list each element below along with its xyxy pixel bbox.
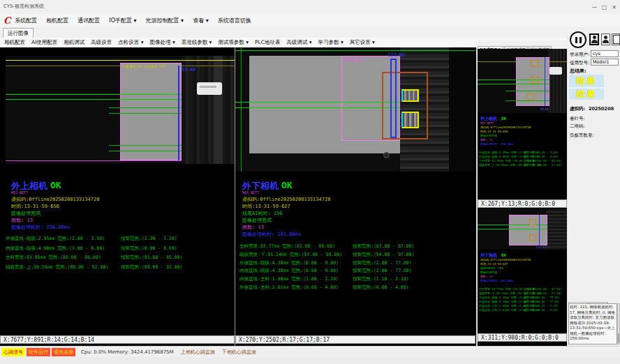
- thumb1-barcode: 虚拟码:0ffline20250208133134728: [480, 126, 531, 129]
- tab-count-label: 负极耳数量:: [570, 132, 594, 139]
- camera2-image[interactable]: AI检测区域 123.80: [235, 47, 475, 172]
- tool-test-params[interactable]: 测试项参数 ▾: [218, 39, 249, 46]
- thumbnail-panel: NG成图显示外观内成图起始内成图 93.48 外上相机 OK MES_B: [476, 47, 567, 346]
- thumbnail1[interactable]: 93.48 外上相机 OK MES_BETT 虚拟码:0ffline202502…: [478, 49, 567, 201]
- menu-language-switch[interactable]: 系统语言切换: [218, 17, 251, 24]
- result-badge-1: 结果: [569, 75, 604, 87]
- logout-button[interactable]: [612, 33, 620, 45]
- camera2-done: 图像处理完成: [242, 217, 272, 224]
- tool-spot-check[interactable]: 点检设置 ▾: [118, 39, 143, 46]
- camera2-elapsed: 图像处理耗时: 183.00ms: [242, 231, 301, 238]
- measure-value-label: 123.80: [388, 52, 405, 58]
- thumbnail2[interactable]: 123.80 外下相机 OK 虚拟码:0ffline20250208133134…: [478, 209, 567, 332]
- camera2-turns: 圈数: 13: [242, 224, 264, 231]
- tool-other-settings[interactable]: 其它设置 ▾: [350, 39, 375, 46]
- operator-button[interactable]: [601, 33, 610, 45]
- tool-ai-config[interactable]: AI使用配置: [31, 39, 57, 46]
- login-user-button[interactable]: [589, 33, 599, 45]
- virtual-code-label: 虚拟码:: [570, 106, 585, 112]
- ai-region-label: AI检测区域: [344, 57, 364, 63]
- camera2-time: 时间:13-31-59-627: [242, 203, 290, 210]
- tab-strip: 运行图像: [0, 26, 620, 38]
- model-input[interactable]: Model1: [591, 59, 619, 66]
- measurement-row: 主料宽度:83.05mm 范围:(80.00 - 86.00) 报警范围:(81…: [6, 255, 240, 261]
- tool-baseline-params[interactable]: 基准线参数 ▾: [182, 39, 212, 46]
- app-title: CYS-视觉检测系统: [3, 3, 44, 10]
- upper-camera-heartbeat: 上相机心跳监测: [181, 349, 215, 356]
- thumb2-turns: 圈数: 13: [480, 275, 493, 278]
- tab-detect-box: [401, 112, 419, 128]
- pause-button[interactable]: [570, 31, 586, 48]
- guide-line: [6, 99, 182, 100]
- camera1-panel[interactable]: 灰度阈值:93, 动态阈值:100 93.48 外上相机 OK MES_BETT…: [0, 47, 235, 346]
- separator-film-region: 灰度阈值:93, 动态阈值:100: [120, 63, 182, 160]
- measure-text: 主料宽度:83.05mm 范围:(80.00 - 86.00): [6, 255, 101, 260]
- alarm-text: 报警范围:(94.00 - 97.00): [353, 252, 415, 258]
- menu-view[interactable]: 查看 ▾: [193, 17, 209, 24]
- menu-system-config[interactable]: 系统配置: [15, 17, 37, 24]
- maximize-button[interactable]: □: [600, 3, 609, 11]
- alarm-text: 报警范围:(0.60 - 4.00): [353, 285, 409, 291]
- camera1-elapsed: 图像处理耗时: 258.00ms: [11, 224, 70, 231]
- ai-detect-box: [382, 72, 428, 139]
- tool-image-processing[interactable]: 图像处理 ▾: [150, 39, 175, 46]
- detect-box: [526, 93, 535, 100]
- tool-advanced-debug[interactable]: 高级调试 ▾: [286, 39, 311, 46]
- close-button[interactable]: ✕: [610, 3, 619, 11]
- main-view-area: 灰度阈值:93, 动态阈值:100 93.48 外上相机 OK MES_BETT…: [0, 47, 567, 346]
- camera1-image[interactable]: 灰度阈值:93, 动态阈值:100 93.48: [6, 56, 235, 164]
- alarm-text: 报警范围:(83.00 - 87.00): [353, 243, 415, 250]
- title-bar: CYS-视觉检测系统 — □ ✕: [0, 0, 620, 15]
- user-icon: [591, 36, 598, 43]
- tool-learning-params[interactable]: 学习参数 ▾: [318, 39, 344, 46]
- thumb1-done: 图像处理完成: [480, 134, 497, 137]
- camera2-coords-bar: X:270;Y:2502;R:17;G:17;B:17: [235, 335, 475, 344]
- machine-detail: [383, 152, 390, 158]
- tool-advanced-settings[interactable]: 高级设置: [91, 39, 112, 46]
- guide-line: [109, 113, 182, 114]
- login-user-label: 登录用户:: [570, 52, 589, 58]
- thumb2-done: 图像处理完成: [480, 271, 497, 274]
- camera2-panel[interactable]: AI检测区域 123.80 外下相机 OK MES_BETT 虚拟码:0ffli…: [235, 47, 475, 346]
- guide-line: [505, 91, 549, 91]
- guide-line: [235, 50, 475, 51]
- camera2-barcode: 虚拟码:0ffline20250208133134728: [242, 196, 330, 203]
- login-user-input[interactable]: cys: [591, 50, 619, 57]
- machine-dark-area: [449, 47, 475, 172]
- measurement-row: 内侧直线-隔膜:4.38mm 范围:(0.00 - 9.00) 报警范围:(2.…: [239, 268, 474, 274]
- guide-line: [241, 47, 242, 172]
- exit-door-icon: [613, 35, 619, 44]
- menu-io-config[interactable]: IO手配置 ▾: [109, 17, 136, 24]
- alarm-text: 报警范围:(1.10 - 2.10): [353, 276, 409, 282]
- guide-line: [478, 84, 549, 84]
- menu-comm-config[interactable]: 通讯配置: [78, 17, 100, 24]
- tool-camera-debug[interactable]: 相机调试: [64, 39, 84, 46]
- blue-measure-line: [539, 215, 540, 245]
- measure-text: 外侧直线-主料:2.61mm 范围:(0.60 - 4.00): [239, 285, 339, 290]
- measurement-row: 内侧直线-隔膜:4.60mm 范围:(3.00 - 6.00) 报警范围:(0.…: [6, 245, 240, 252]
- guide-line: [109, 151, 182, 151]
- measurement-row: 主料宽度:83.77mm 范围:(82.00 - 88.00) 报警范围:(83…: [239, 243, 474, 250]
- thumb2-ok: OK: [501, 252, 506, 257]
- menu-camera-config[interactable]: 相机配置: [46, 17, 68, 24]
- measure-text: 内侧直线-隔膜:4.38mm 范围:(0.00 - 9.00): [239, 268, 339, 273]
- thumb2-measurements: 主料宽度:83.77mm 范围:(82.00 - 88.00)报警范围:(83.…: [479, 287, 566, 312]
- minimize-button[interactable]: —: [590, 3, 599, 11]
- guide-line: [109, 107, 182, 108]
- log-scrollbar[interactable]: [617, 303, 620, 344]
- measure-text: 主料宽度:83.77mm 范围:(82.00 - 88.00): [239, 243, 335, 249]
- camera1-done: 图像处理完成: [11, 210, 40, 217]
- alarm-text: 报警范围:(2.00 - 77.00): [353, 260, 412, 266]
- measurement-row: 外侧直线-隔膜:4.38mm 范围:(0.00 - 9.00) 报警范围:(2.…: [239, 260, 474, 266]
- tool-plc-table[interactable]: PLC地址表: [255, 39, 280, 46]
- measure-text: 隔膜宽度-上:90.56mm 范围:(88.00 - 92.00): [6, 264, 108, 270]
- thumb1-measurements: 外侧直线-隔膜:2.95mm 范围:(2.00 - 3.50)报警范围:(2.2…: [479, 151, 566, 167]
- menu-bar: C 系统配置 相机配置 通讯配置 IO手配置 ▾ 光源控制配置 ▾ 查看 ▾ 系…: [0, 14, 620, 26]
- tool-camera-config[interactable]: 相机配置: [4, 39, 25, 46]
- machine-band: [214, 56, 223, 164]
- menu-light-config[interactable]: 光源控制配置 ▾: [146, 17, 184, 24]
- scrollbar-thumb[interactable]: [618, 333, 619, 343]
- tab-run-image[interactable]: 运行图像: [3, 28, 34, 38]
- thumb1-time: 时间:13-31-59-650: [480, 130, 508, 133]
- cpu-memory-status: Cpu: 0.0% Memory: 3424.41796875M: [81, 349, 174, 355]
